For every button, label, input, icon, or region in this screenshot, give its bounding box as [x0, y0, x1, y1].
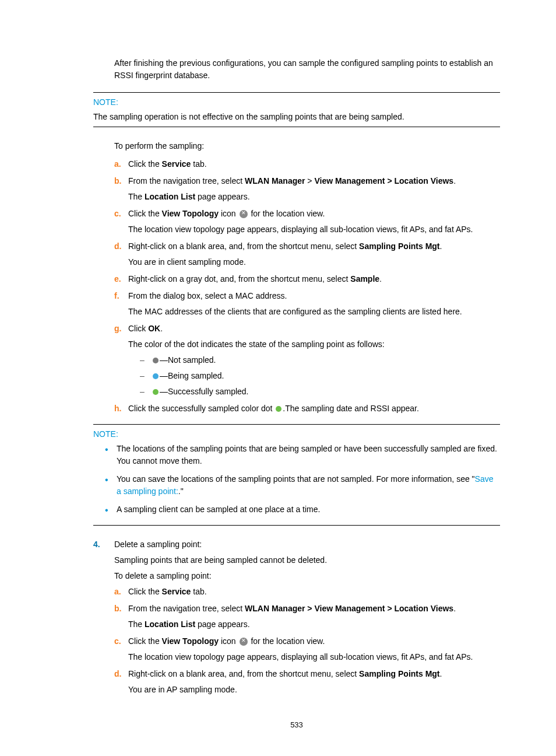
note-item: The locations of the sampling points tha…	[105, 443, 500, 467]
marker: 4.	[93, 538, 100, 551]
text: —Not sampled.	[160, 355, 216, 365]
bold-text: WLAN Manager	[245, 176, 305, 186]
step-a: a. Click the Service tab.	[114, 158, 500, 170]
dot-gray-icon	[153, 358, 159, 363]
step-d: d. Right-click on a blank area, and, fro…	[114, 240, 500, 268]
sub-text: The color of the dot indicates the state…	[128, 338, 500, 351]
step-a: a. Click the Service tab.	[114, 586, 500, 598]
state-success-sampled: —Successfully sampled.	[140, 386, 500, 398]
text: Right-click on a blank area, and, from t…	[128, 669, 359, 678]
text: tab.	[191, 159, 206, 169]
sub-text: Sampling points that are being sampled c…	[114, 554, 500, 566]
text: .	[440, 242, 442, 251]
text: Click the successfully sampled color dot	[128, 404, 275, 413]
text: .	[453, 604, 456, 613]
note-text: The sampling operation is not effective …	[93, 111, 500, 127]
bold-text: Sample	[350, 274, 379, 284]
text: tab.	[191, 587, 206, 596]
bold-text: View Topology	[162, 636, 219, 646]
text: —Being sampled.	[160, 371, 224, 380]
bold-text: View Topology	[162, 209, 219, 218]
bold-text: Sampling Points Mgt	[359, 242, 439, 251]
text: .	[440, 669, 442, 678]
text: From the dialog box, select a MAC addres…	[128, 291, 287, 300]
sub-text: You are in AP sampling mode.	[128, 684, 500, 696]
sub-text: The location view topology page appears,…	[128, 223, 500, 236]
step-f: f. From the dialog box, select a MAC add…	[114, 290, 500, 318]
text: From the navigation tree, select	[128, 604, 245, 613]
text: .	[379, 274, 382, 284]
step-c: c. Click the View Topology icon for the …	[114, 635, 500, 663]
bold-text: View Management > Location Views	[314, 176, 453, 186]
sub-text: The location view topology page appears,…	[128, 651, 500, 663]
dot-blue-icon	[153, 373, 159, 379]
note-label: NOTE:	[93, 96, 500, 108]
text: Click the	[128, 587, 162, 596]
note-list: The locations of the sampling points tha…	[93, 443, 500, 526]
step-b: b. From the navigation tree, select WLAN…	[114, 175, 500, 203]
step-4: 4. Delete a sampling point: Sampling poi…	[93, 538, 500, 696]
text: >	[305, 176, 314, 186]
sub-text: The Location List page appears.	[128, 618, 500, 631]
step-e: e. Right-click on a gray dot, and, from …	[114, 273, 500, 285]
text: Click	[128, 324, 148, 333]
sub-text: You are in client sampling mode.	[128, 256, 500, 268]
dot-green-icon	[153, 389, 159, 395]
steps-list-2: a. Click the Service tab. b. From the na…	[114, 586, 500, 696]
state-being-sampled: —Being sampled.	[140, 370, 500, 382]
note-box-2: NOTE: The locations of the sampling poin…	[93, 424, 500, 526]
text: icon	[219, 636, 238, 646]
text: Right-click on a gray dot, and, from the…	[128, 274, 350, 284]
step-b: b. From the navigation tree, select WLAN…	[114, 603, 500, 631]
perform-intro: To perform the sampling:	[114, 140, 500, 152]
steps-list-1: a. Click the Service tab. b. From the na…	[93, 158, 500, 415]
sub-text: The Location List page appears.	[128, 191, 500, 203]
bold-text: WLAN Manager > View Management > Locatio…	[245, 604, 453, 613]
text: for the location view.	[249, 636, 325, 646]
text: Click the	[128, 209, 162, 218]
intro-text: After finishing the previous configurati…	[114, 57, 500, 82]
step-h: h. Click the successfully sampled color …	[114, 402, 500, 415]
state-not-sampled: —Not sampled.	[140, 354, 500, 366]
bold-text: Service	[162, 587, 191, 596]
state-list: —Not sampled. —Being sampled. —Successfu…	[128, 354, 500, 398]
view-topology-icon	[240, 638, 248, 646]
text: .The sampling date and RSSI appear.	[283, 404, 418, 413]
page-number: 533	[93, 719, 500, 731]
note-label: NOTE:	[93, 428, 500, 440]
note-item: You can save the locations of the sampli…	[105, 473, 500, 498]
note-box-1: NOTE: The sampling operation is not effe…	[93, 92, 500, 127]
note-item: A sampling client can be sampled at one …	[105, 503, 500, 516]
text: for the location view.	[249, 209, 325, 218]
text: Click the	[128, 159, 162, 169]
bold-text: Sampling Points Mgt	[359, 669, 439, 678]
bold-text: Service	[162, 159, 191, 169]
text: —Successfully sampled.	[160, 387, 249, 396]
sub-text: The MAC addresses of the clients that ar…	[128, 306, 500, 318]
step-g: g. Click OK. The color of the dot indica…	[114, 323, 500, 398]
sub-text: To delete a sampling point:	[114, 570, 500, 582]
dot-green-icon	[276, 406, 281, 412]
text: icon	[219, 209, 238, 218]
step-c: c. Click the View Topology icon for the …	[114, 208, 500, 236]
step-title: Delete a sampling point:	[114, 538, 500, 551]
text: Click the	[128, 636, 162, 646]
view-topology-icon	[240, 210, 248, 218]
text: Right-click on a blank area, and, from t…	[128, 242, 359, 251]
numbered-list: 4. Delete a sampling point: Sampling poi…	[93, 538, 500, 696]
bold-text: OK	[148, 324, 160, 333]
step-d: d. Right-click on a blank area, and, fro…	[114, 668, 500, 696]
text: .	[453, 176, 456, 186]
text: From the navigation tree, select	[128, 176, 245, 186]
text: .	[160, 324, 163, 333]
